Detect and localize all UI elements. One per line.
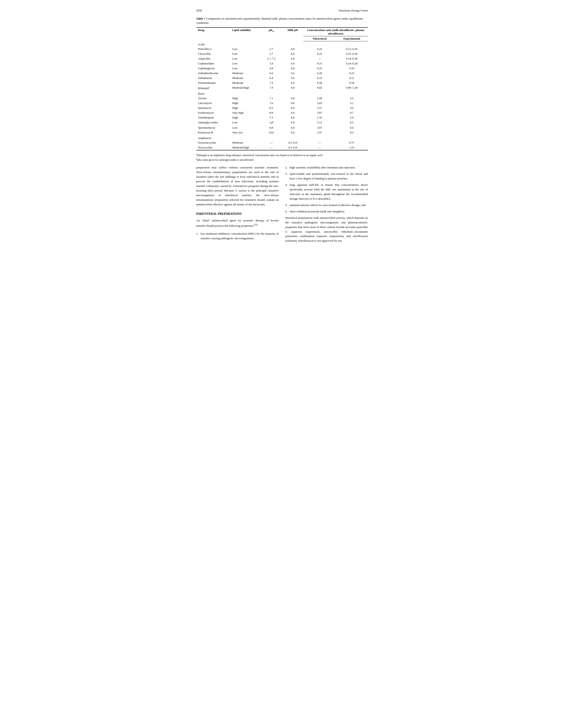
cell-milkph: 6.8 [282, 56, 304, 61]
cell-theoretical: 0.20 [304, 71, 336, 76]
table-caption-text: Comparison of calculated and experimenta… [196, 17, 363, 24]
cell-milkph: 6.8 [282, 85, 304, 91]
cell-experimental: 0.13–0.26 [336, 47, 368, 51]
cell-milkph: 6.8 [282, 115, 304, 120]
cell-drug: Tylosin [196, 96, 230, 101]
right-column: 2.high systemic availability after intra… [286, 165, 368, 247]
cell-theoretical: 0.82 [304, 85, 336, 91]
cell-milkph: 6.8 [282, 120, 304, 125]
right-para-1: Parenteral preparations with antimicrobi… [286, 216, 368, 243]
cell-pka: 2.7 [260, 51, 282, 56]
cell-milkph: 6.8 [282, 106, 304, 110]
cell-lipid: Low [230, 61, 260, 66]
cell-lipid: Moderate/high [230, 145, 260, 150]
cell-experimental: 0.75 [336, 140, 368, 145]
cell-drug: Lincomycin [196, 101, 230, 106]
cell-lipid: High [230, 106, 260, 110]
cell-experimental: 3.1 [336, 101, 368, 106]
cell-pka: 8.8 [260, 125, 282, 130]
cell-lipid: Moderate [230, 71, 260, 76]
cell-drug: Trimethoprim [196, 115, 230, 120]
cell-experimental: 0.21 [336, 76, 368, 80]
cell-pka: 7.4 [260, 80, 282, 85]
cell-pka: 7.6 [260, 101, 282, 106]
cell-theoretical: 0.25 [304, 61, 336, 66]
cell-pka: 2.7, 7.2 [260, 56, 282, 61]
page-header: 3958 Veterinary Dosage Forms [196, 9, 368, 12]
right-numbered-list: 2.high systemic availability after intra… [286, 165, 368, 214]
col-header-milkph: Milk pH [282, 27, 304, 41]
left-column: preparation may suffice without concurre… [196, 165, 279, 247]
table-row: SulfamethazineModerate7.46.60.580.59 [196, 80, 368, 85]
cell-lipid: Low [230, 125, 260, 130]
footnote-a: aRifampin is an amphoteric drug substanc… [196, 153, 368, 157]
cell-drug: Sulfadimethoxine [196, 71, 230, 76]
table-section-header: Acids [196, 41, 368, 47]
cell-experimental: 0.24–0.28 [336, 61, 368, 66]
table-row: TylosinHigh7.16.82.003.5 [196, 96, 368, 101]
cell-milkph: 6.8 [282, 66, 304, 71]
cell-experimental: 3.5 [336, 96, 368, 101]
left-section-intro: An "ideal" antimicrobial agent for syste… [196, 218, 279, 228]
cell-drug: Ampicillin [196, 56, 230, 61]
table-row: AminoglycosidesLow7.8b6.83.130.5 [196, 120, 368, 125]
col-header-drug: Drug [196, 27, 230, 41]
cell-milkph: 6.8 [282, 96, 304, 101]
cell-experimental: 8.7 [336, 110, 368, 115]
cell-lipid: Very high [230, 110, 260, 115]
table-row: ErythromycinVery high8.86.83.878.7 [196, 110, 368, 115]
cell-experimental: 0.5 [336, 120, 368, 125]
cell-experimental: 0.25–0.30 [336, 51, 368, 56]
cell-pka: 2.7 [260, 47, 282, 51]
cell-pka: 8.2 [260, 106, 282, 110]
cell-theoretical: 2.00 [304, 96, 336, 101]
table-row: TrimethoprimHigh7.36.82.322.9 [196, 115, 368, 120]
table-caption: Table 7 Comparison of calculated and exp… [196, 17, 368, 25]
list-item-1: 1. low minimum inhibitory concentration … [196, 232, 279, 241]
table-section-header: Amphoteric [196, 135, 368, 140]
table-row: CloxacillinLow2.76.80.250.25–0.30 [196, 51, 368, 56]
table-caption-bold: Table 7 [196, 17, 205, 20]
cell-lipid: Very low [230, 130, 260, 135]
two-column-content: preparation may suffice without concurre… [196, 165, 368, 247]
table-row: SpectinomycinLow8.86.83.870.6 [196, 125, 368, 130]
cell-drug: Oxytetracycline [196, 140, 230, 145]
cell-drug: Spectinomycin [196, 125, 230, 130]
cell-theoretical: 0.23 [304, 76, 336, 80]
cell-drug: Spiramycin [196, 106, 230, 110]
page-number: 3958 [196, 9, 202, 12]
footnote-b: bpKa value given for aminoglycosides is … [196, 157, 368, 162]
main-table: Drug Lipid solubility pKa Milk pH Concen… [196, 27, 368, 151]
cell-pka: 7.3 [260, 115, 282, 120]
list-item: 6.short withdrawal periods (milk and sla… [286, 209, 368, 214]
cell-drug: Rifampina [196, 85, 230, 91]
cell-lipid: Low [230, 51, 260, 56]
table-row: SpiramycinHigh8.26.83.574.6 [196, 106, 368, 110]
cell-drug: Doxycycline [196, 145, 230, 150]
parenteral-section-title: PARENTERAL PREPARATIONS [196, 212, 279, 216]
cell-lipid: Moderate [230, 76, 260, 80]
cell-theoretical: 3.13 [304, 120, 336, 125]
cell-theoretical: 3.87 [304, 110, 336, 115]
cell-experimental: 4.6 [336, 106, 368, 110]
cell-drug: Polymyxin B [196, 130, 230, 135]
left-intro-paragraph: preparation may suffice without concurre… [196, 165, 279, 207]
cell-experimental: 0.24–0.30 [336, 56, 368, 61]
cell-theoretical: 0.25 [304, 51, 336, 56]
cell-milkph: 6.6 [282, 71, 304, 76]
col-header-experimental: Experimental [336, 36, 368, 41]
section-title: Veterinary Dosage Forms [339, 9, 368, 12]
cell-theoretical: — [304, 140, 336, 145]
cell-drug: Cephaloglycin [196, 66, 230, 71]
cell-pka: 7.8b [260, 120, 282, 125]
cell-milkph: 6.8 [282, 110, 304, 115]
cell-lipid: Low [230, 120, 260, 125]
cell-milkph: 6.5–6.8 [282, 140, 304, 145]
col-header-pka: pKa [260, 27, 282, 41]
cell-pka: — [260, 145, 282, 150]
cell-drug: Cloxacillin [196, 51, 230, 56]
cell-lipid: Moderate [230, 140, 260, 145]
left-numbered-list: 1. low minimum inhibitory concentration … [196, 232, 279, 241]
list-item: 5.minimal adverse effects in cows treate… [286, 203, 368, 208]
cell-theoretical: 0.58 [304, 80, 336, 85]
